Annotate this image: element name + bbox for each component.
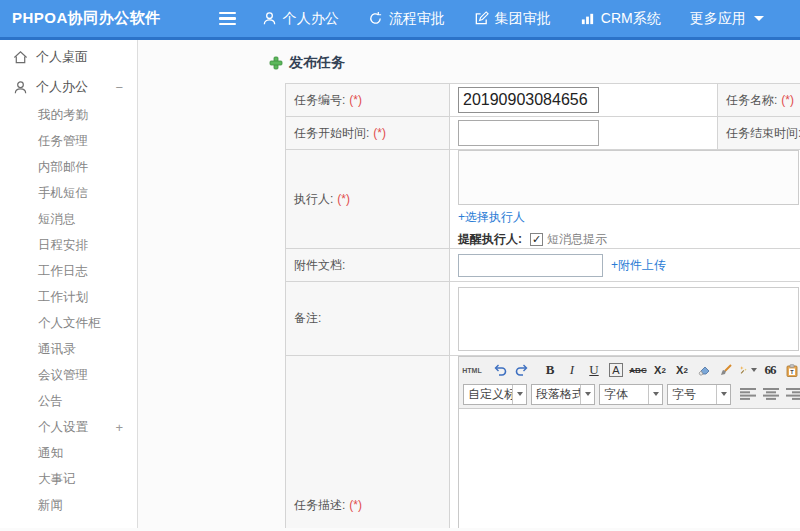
sidebar-item-label: 个人设置 [38, 419, 88, 436]
align-center-icon[interactable] [763, 388, 779, 400]
field-label: 任务编号: [294, 93, 345, 107]
select-label: 自定义标题 [464, 386, 512, 403]
editor-content-area[interactable] [459, 409, 800, 528]
sidebar-item-meeting-management[interactable]: 会议管理 [0, 362, 137, 388]
sidebar-item-personal-settings[interactable]: 个人设置 + [0, 414, 137, 440]
nav-group-approval[interactable]: 集团审批 [474, 10, 551, 28]
expand-toggle-icon[interactable]: + [115, 420, 123, 435]
start-time-input[interactable] [458, 120, 599, 146]
sidebar-item-memorabilia[interactable]: 大事记 [0, 466, 137, 492]
highlight-wand-button[interactable] [738, 360, 758, 380]
main-content: 发布任务 任务编号:(*) 任务名称:(*) [138, 40, 800, 528]
sidebar-item-contacts[interactable]: 通讯录 [0, 336, 137, 362]
attachment-input[interactable] [458, 254, 603, 277]
sidebar-item-mobile-sms[interactable]: 手机短信 [0, 180, 137, 206]
eraser-button[interactable] [694, 360, 714, 380]
sidebar-item-notice[interactable]: 通知 [0, 440, 137, 466]
bar-chart-icon [580, 11, 595, 26]
process-cycle-icon [368, 11, 383, 26]
undo-icon [493, 364, 507, 376]
sidebar-item-label: 手机短信 [38, 185, 88, 202]
top-nav: 个人办公 流程审批 集团审批 CRM系统 更多应用 [262, 10, 793, 28]
italic-button[interactable]: I [562, 360, 582, 380]
nav-crm-system[interactable]: CRM系统 [580, 10, 661, 28]
nav-workflow-approval[interactable]: 流程审批 [368, 10, 445, 28]
nav-label: 集团审批 [495, 10, 551, 28]
choose-executor-link[interactable]: +选择执行人 [458, 210, 525, 224]
sidebar-item-label: 工作日志 [38, 263, 88, 280]
sms-remind-checkbox[interactable]: ✓ [530, 233, 543, 246]
rich-text-editor: HTML [458, 356, 800, 528]
executor-textarea[interactable] [458, 150, 799, 205]
font-family-select[interactable]: 字体 [599, 384, 663, 405]
nav-label: 个人办公 [283, 10, 339, 28]
source-code-button[interactable]: HTML [462, 360, 482, 380]
attachment-upload-link[interactable]: +附件上传 [611, 257, 666, 274]
required-mark: (*) [349, 93, 362, 107]
strikethrough-button[interactable]: ABC [628, 360, 648, 380]
field-label: 备注: [294, 311, 321, 325]
sub-base: X [676, 364, 683, 376]
subscript-button[interactable]: X2 [672, 360, 692, 380]
sidebar-item-news[interactable]: 新闻 [0, 492, 137, 518]
redo-button[interactable] [512, 360, 532, 380]
sidebar-item-personal-desktop[interactable]: 个人桌面 [0, 42, 137, 72]
field-label: 附件文档: [294, 258, 345, 272]
select-label: 字体 [600, 386, 648, 403]
app-window: PHPOA协同办公软件 个人办公 流程审批 集团审批 [0, 0, 800, 531]
task-description-label-cell: 任务描述:(*) [286, 356, 450, 529]
topbar: PHPOA协同办公软件 个人办公 流程审批 集团审批 [0, 0, 800, 40]
task-number-input[interactable] [458, 87, 599, 113]
paste-plain-button[interactable]: T [782, 360, 800, 380]
sidebar-item-schedule[interactable]: 日程安排 [0, 232, 137, 258]
sidebar-item-personal-office[interactable]: 个人办公 − [0, 72, 137, 102]
underline-button[interactable]: U [584, 360, 604, 380]
nav-more-apps[interactable]: 更多应用 [690, 10, 764, 28]
field-label: 执行人: [294, 192, 333, 206]
chevron-down-icon [585, 392, 591, 396]
boxed-a-icon: A [609, 363, 622, 377]
sidebar-item-personal-files[interactable]: 个人文件柜 [0, 310, 137, 336]
align-left-icon[interactable] [740, 388, 756, 400]
sidebar-item-task-management[interactable]: 任务管理 [0, 128, 137, 154]
format-brush-button[interactable] [716, 360, 736, 380]
hamburger-menu-icon[interactable] [219, 12, 236, 26]
redo-icon [515, 364, 529, 376]
sidebar-item-label: 短消息 [38, 211, 76, 228]
font-size-select[interactable]: 字号 [667, 384, 731, 405]
remark-label-cell: 备注: [286, 282, 450, 356]
align-right-icon[interactable] [786, 388, 800, 400]
required-mark: (*) [781, 93, 794, 107]
collapse-toggle-icon[interactable]: − [115, 80, 123, 95]
remark-textarea[interactable] [458, 287, 799, 351]
paragraph-format-select[interactable]: 段落格式 [531, 384, 595, 405]
sidebar-item-my-attendance[interactable]: 我的考勤 [0, 102, 137, 128]
custom-heading-select[interactable]: 自定义标题 [463, 384, 527, 405]
nav-personal-office[interactable]: 个人办公 [262, 10, 339, 28]
sidebar-item-internal-mail[interactable]: 内部邮件 [0, 154, 137, 180]
executor-label-cell: 执行人:(*) [286, 150, 450, 249]
user-icon [13, 80, 28, 95]
border-box-button[interactable]: A [606, 360, 626, 380]
sidebar-item-announcement[interactable]: 公告 [0, 388, 137, 414]
sidebar-item-label: 通讯录 [38, 341, 76, 358]
sidebar-item-label: 工作计划 [38, 289, 88, 306]
sidebar-item-short-message[interactable]: 短消息 [0, 206, 137, 232]
remind-executor-label: 提醒执行人: [458, 231, 522, 248]
sidebar-item-work-plan[interactable]: 工作计划 [0, 284, 137, 310]
publish-task-form: 任务编号:(*) 任务名称:(*) 任务开始时间:(*) [285, 83, 800, 528]
undo-button[interactable] [490, 360, 510, 380]
sup-mark: 2 [661, 366, 665, 375]
magic-wand-icon [739, 364, 748, 376]
sidebar-item-label: 通知 [38, 445, 63, 462]
nav-label: 流程审批 [389, 10, 445, 28]
sidebar-item-label: 个人文件柜 [38, 315, 101, 332]
bold-button[interactable]: B [540, 360, 560, 380]
sidebar-item-label: 任务管理 [38, 133, 88, 150]
sidebar-item-work-log[interactable]: 工作日志 [0, 258, 137, 284]
blockquote-button[interactable]: 66 [760, 360, 780, 380]
edit-icon [474, 11, 489, 26]
eraser-icon [697, 364, 711, 376]
superscript-button[interactable]: X2 [650, 360, 670, 380]
user-icon [262, 11, 277, 26]
